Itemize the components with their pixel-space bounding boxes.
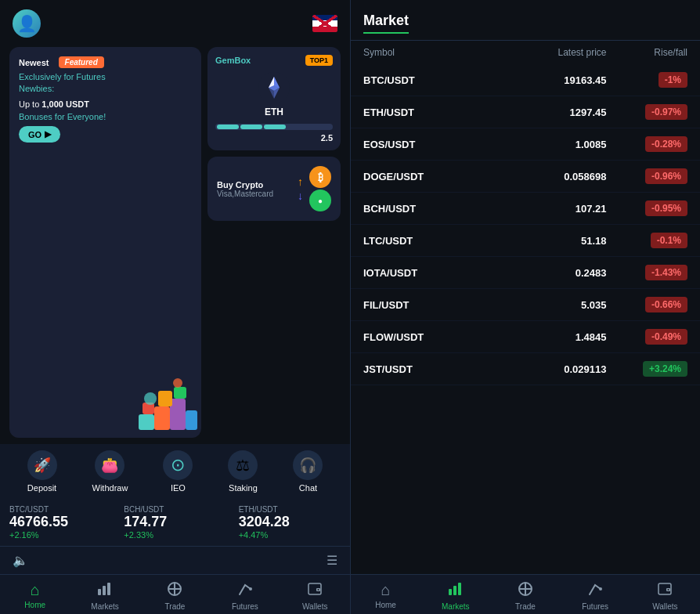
- eth-logo: [258, 72, 290, 103]
- nav-home[interactable]: ⌂ Home: [12, 581, 59, 611]
- row-symbol: EOS/USDT: [363, 139, 485, 150]
- ticker-bch-pair: BCH/USDT: [124, 505, 226, 514]
- right-banners: GemBox TOP1 ETH 2.: [207, 47, 341, 438]
- market-row[interactable]: ETH/USDT 1297.45 -0.97%: [351, 96, 700, 128]
- row-symbol: JST/USDT: [363, 363, 485, 375]
- change-badge: -0.1%: [651, 233, 687, 248]
- svg-rect-16: [103, 586, 106, 595]
- svg-point-23: [318, 589, 319, 591]
- row-price: 19163.45: [485, 74, 606, 86]
- market-row[interactable]: EOS/USDT 1.0085 -0.28%: [351, 128, 700, 161]
- right-markets-icon: [448, 581, 464, 601]
- market-row[interactable]: BCH/USDT 107.21 -0.95%: [351, 193, 700, 225]
- row-symbol: IOTA/USDT: [363, 267, 485, 279]
- progress-bar: [215, 124, 333, 130]
- banner-subtitle: Exclusively for Futures Newbies:: [19, 71, 192, 96]
- market-row[interactable]: JST/USDT 0.029113 +3.24%: [351, 353, 700, 385]
- withdraw-label: Withdraw: [92, 483, 128, 493]
- row-symbol: BTC/USDT: [363, 74, 485, 86]
- banner-amount: Up to 1,000 USDT: [19, 99, 192, 110]
- market-row[interactable]: BTC/USDT 19163.45 -1%: [351, 64, 700, 96]
- ticker-eth-price: 3204.28: [239, 514, 341, 530]
- action-staking[interactable]: ⚖ Staking: [228, 450, 258, 493]
- promo-banner[interactable]: Newest Featured Exclusively for Futures …: [9, 47, 201, 438]
- gembox-card[interactable]: GemBox TOP1 ETH 2.: [207, 47, 341, 150]
- right-nav-trade[interactable]: Trade: [502, 581, 549, 611]
- action-chat[interactable]: 🎧 Chat: [293, 450, 323, 493]
- banner-area: Newest Featured Exclusively for Futures …: [0, 47, 350, 444]
- right-nav-home-label: Home: [375, 601, 396, 609]
- right-nav-futures[interactable]: Futures: [572, 581, 619, 611]
- row-change: -0.97%: [607, 104, 688, 120]
- avatar[interactable]: 👤: [13, 9, 41, 38]
- action-withdraw[interactable]: 👛 Withdraw: [92, 450, 128, 493]
- deposit-icon: 🚀: [27, 450, 57, 480]
- buy-crypto-card[interactable]: Buy Crypto Visa,Mastercard ↑ ↓ ₿ ●: [207, 157, 341, 221]
- market-row[interactable]: FIL/USDT 5.035 -0.66%: [351, 289, 700, 321]
- ticker-btc-change: +2.16%: [9, 530, 111, 540]
- change-badge: +3.24%: [643, 361, 687, 377]
- coin-icons: ₿ ●: [309, 166, 331, 211]
- svg-rect-17: [107, 583, 110, 595]
- svg-rect-6: [174, 387, 186, 399]
- svg-point-30: [599, 587, 602, 591]
- change-badge: -1%: [659, 72, 687, 88]
- svg-rect-5: [158, 391, 172, 406]
- row-price: 1.0085: [485, 139, 606, 150]
- row-change: +3.24%: [607, 361, 688, 377]
- right-nav-wallets[interactable]: Wallets: [641, 581, 688, 611]
- right-nav-markets[interactable]: Markets: [432, 581, 479, 611]
- ticker-btc-price: 46766.55: [9, 514, 111, 530]
- withdraw-icon: 👛: [95, 450, 124, 480]
- row-change: -1%: [607, 72, 688, 88]
- gembox-header: GemBox TOP1: [215, 55, 333, 66]
- row-change: -0.96%: [607, 168, 688, 184]
- row-symbol: FLOW/USDT: [363, 331, 485, 343]
- right-home-icon: ⌂: [381, 581, 391, 599]
- nav-markets[interactable]: Markets: [81, 581, 128, 611]
- ticker-btc[interactable]: BTC/USDT 46766.55 +2.16%: [9, 505, 111, 540]
- menu-icon[interactable]: ☰: [327, 553, 337, 568]
- nav-futures[interactable]: Futures: [222, 581, 269, 611]
- right-nav-home[interactable]: ⌂ Home: [363, 581, 410, 611]
- market-table-header: Symbol Latest price Rise/fall: [351, 41, 700, 64]
- market-header: Market: [351, 0, 700, 41]
- row-change: -0.49%: [607, 329, 688, 345]
- row-symbol: DOGE/USDT: [363, 171, 485, 182]
- nav-wallets[interactable]: Wallets: [291, 581, 338, 611]
- ticker-bch[interactable]: BCH/USDT 174.77 +2.33%: [124, 505, 226, 540]
- volume-icon[interactable]: 🔈: [13, 553, 28, 568]
- market-row[interactable]: LTC/USDT 51.18 -0.1%: [351, 225, 700, 257]
- progress-value: 2.5: [215, 133, 333, 143]
- svg-point-21: [249, 587, 252, 591]
- market-row[interactable]: DOGE/USDT 0.058698 -0.96%: [351, 161, 700, 193]
- change-badge: -0.96%: [645, 168, 687, 184]
- ticker-eth-pair: ETH/USDT: [239, 505, 341, 514]
- svg-point-8: [173, 378, 182, 388]
- ticker-btc-pair: BTC/USDT: [9, 505, 111, 514]
- staking-label: Staking: [229, 483, 258, 493]
- row-symbol: BCH/USDT: [363, 203, 485, 215]
- go-button[interactable]: GO ▶: [19, 126, 60, 143]
- home-icon: ⌂: [31, 581, 40, 599]
- language-flag[interactable]: [312, 15, 337, 32]
- market-row[interactable]: IOTA/USDT 0.2483 -1.43%: [351, 257, 700, 289]
- buy-crypto-title: Buy Crypto: [217, 180, 291, 190]
- arrow-up-icon: ↑: [298, 175, 303, 188]
- action-deposit[interactable]: 🚀 Deposit: [27, 450, 57, 493]
- ticker-bch-price: 174.77: [124, 514, 226, 530]
- ticker-eth-change: +4.47%: [239, 530, 341, 540]
- market-row[interactable]: FLOW/USDT 1.4845 -0.49%: [351, 321, 700, 353]
- action-ieo[interactable]: ⊙ IEO: [163, 450, 193, 493]
- left-header: 👤: [0, 0, 350, 47]
- bottom-bar: 🔈 ☰: [0, 546, 350, 574]
- svg-rect-25: [453, 586, 456, 595]
- row-price: 1297.45: [485, 107, 606, 118]
- ticker-eth[interactable]: ETH/USDT 3204.28 +4.47%: [239, 505, 341, 540]
- row-price: 51.18: [485, 235, 606, 247]
- nav-trade[interactable]: Trade: [151, 581, 198, 611]
- ieo-icon: ⊙: [163, 450, 193, 480]
- gembox-label: GemBox: [215, 56, 251, 65]
- ticker-bar: BTC/USDT 46766.55 +2.16% BCH/USDT 174.77…: [0, 499, 350, 546]
- row-change: -0.66%: [607, 297, 688, 312]
